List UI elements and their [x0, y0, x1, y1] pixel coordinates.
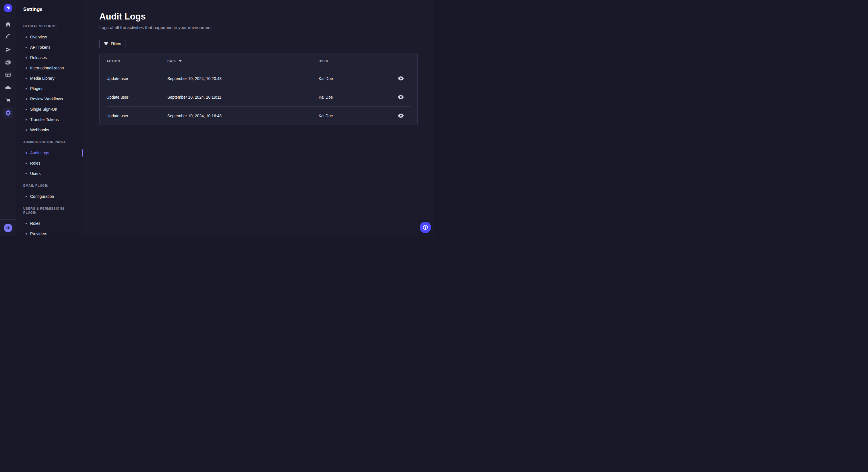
strapi-logo[interactable] — [4, 4, 12, 12]
bullet-icon — [26, 129, 27, 131]
table-header-row: ACTION DATE USER — [100, 53, 417, 69]
home-icon[interactable] — [3, 19, 13, 30]
filters-button[interactable]: Filters — [99, 39, 125, 48]
nav-section-label: USERS & PERMISSIONS PLUGIN — [23, 206, 79, 214]
logo-area — [0, 0, 16, 16]
bullet-icon — [26, 119, 27, 121]
main-nav-rail: KD — [0, 0, 17, 236]
bullet-icon — [26, 78, 27, 79]
bullet-icon — [26, 109, 27, 110]
avatar-initials: KD — [5, 226, 10, 230]
table-row[interactable]: Update user September 10, 2024, 10:16:48… — [100, 106, 417, 125]
content-manager-icon[interactable] — [3, 32, 13, 42]
sidebar-item-label: Webhooks — [30, 128, 49, 132]
nav-section-label: GLOBAL SETTINGS — [23, 24, 79, 28]
eye-icon — [398, 113, 404, 118]
filter-icon — [104, 42, 108, 45]
table-row[interactable]: Update user September 10, 2024, 10:19:11… — [100, 88, 417, 106]
sidebar-item-webhooks[interactable]: Webhooks — [23, 125, 79, 135]
settings-icon[interactable] — [3, 107, 13, 118]
sidebar-item-label: Roles — [30, 161, 40, 165]
sidebar-item-label: Overview — [30, 35, 47, 39]
cell-date: September 10, 2024, 10:20:43 — [167, 76, 319, 81]
sidebar-item-users[interactable]: Users — [23, 168, 79, 179]
bullet-icon — [26, 233, 27, 235]
sidebar-item-roles[interactable]: Roles — [23, 158, 79, 168]
active-indicator — [82, 149, 83, 157]
bullet-icon — [26, 152, 27, 154]
sidebar-item-releases[interactable]: Releases — [23, 53, 79, 63]
sidebar-item-label: Configuration — [30, 194, 54, 199]
sidebar-item-roles[interactable]: Roles — [23, 218, 79, 229]
sidebar-item-label: Users — [30, 171, 41, 176]
sidebar-item-label: Internationalization — [30, 66, 64, 70]
bullet-icon — [26, 98, 27, 100]
nav-section-label: ADMINISTRATION PANEL — [23, 140, 79, 144]
sidebar-item-providers[interactable]: Providers — [23, 229, 79, 236]
sidebar-item-configuration[interactable]: Configuration — [23, 191, 79, 202]
sidebar-item-media-library[interactable]: Media Library — [23, 73, 79, 83]
eye-icon — [398, 76, 404, 80]
cell-user: Kai Doe — [319, 113, 393, 118]
settings-subnav: Settings GLOBAL SETTINGS Overview API To… — [17, 0, 83, 236]
cell-date: September 10, 2024, 10:16:48 — [167, 113, 319, 118]
bullet-icon — [26, 36, 27, 38]
view-details-button[interactable] — [397, 74, 405, 82]
table-row[interactable]: Update user September 10, 2024, 10:20:43… — [100, 69, 417, 88]
filters-row: Filters — [99, 39, 417, 48]
settings-header: Settings — [17, 0, 83, 17]
bullet-icon — [26, 196, 27, 197]
bullet-icon — [26, 223, 27, 224]
sort-desc-icon — [179, 60, 182, 62]
column-header-user[interactable]: USER — [319, 59, 393, 63]
sidebar-item-label: Transfer Tokens — [30, 117, 59, 122]
sidebar-item-label: API Tokens — [30, 45, 51, 49]
audit-logs-table: ACTION DATE USER Update user September 1… — [99, 53, 417, 125]
view-details-button[interactable] — [397, 112, 405, 120]
rail-bottom: KD — [0, 220, 16, 236]
sidebar-item-review-workflows[interactable]: Review Workflows — [23, 94, 79, 104]
eye-icon — [398, 95, 404, 99]
sidebar-item-label: Single Sign-On — [30, 107, 57, 111]
sidebar-item-api-tokens[interactable]: API Tokens — [23, 42, 79, 53]
media-library-icon[interactable] — [3, 57, 13, 67]
cell-action: Update user — [106, 95, 167, 100]
sidebar-item-label: Media Library — [30, 76, 55, 80]
bullet-icon — [26, 67, 27, 69]
bullet-icon — [26, 88, 27, 90]
sidebar-item-plugins[interactable]: Plugins — [23, 83, 79, 94]
column-header-date[interactable]: DATE — [167, 59, 319, 63]
content-type-builder-icon[interactable] — [3, 70, 13, 80]
avatar[interactable]: KD — [4, 224, 12, 232]
view-details-button[interactable] — [397, 93, 405, 101]
cloud-icon[interactable] — [3, 82, 13, 93]
settings-nav-list: GLOBAL SETTINGS Overview API Tokens Rele… — [17, 17, 83, 236]
page-subtitle: Logs of all the activities that happened… — [99, 25, 417, 30]
sidebar-item-overview[interactable]: Overview — [23, 32, 79, 42]
nav-section-label: EMAIL PLUGIN — [23, 183, 79, 188]
sidebar-item-single-sign-on[interactable]: Single Sign-On — [23, 104, 79, 114]
cell-user: Kai Doe — [319, 95, 393, 100]
sidebar-item-audit-logs[interactable]: Audit Logs — [23, 148, 79, 158]
rail-icon-list — [3, 16, 13, 118]
sidebar-item-label: Releases — [30, 55, 47, 60]
releases-icon[interactable] — [3, 44, 13, 55]
question-mark-icon — [422, 224, 429, 231]
sidebar-item-label: Plugins — [30, 86, 43, 91]
sidebar-item-label: Providers — [30, 231, 47, 236]
strapi-admin-app: KD Settings GLOBAL SETTINGS Overview API… — [0, 0, 434, 236]
marketplace-icon[interactable] — [3, 95, 13, 105]
help-button[interactable] — [420, 222, 431, 233]
main-content: Audit Logs Logs of all the activities th… — [83, 0, 434, 236]
settings-title: Settings — [23, 6, 83, 12]
cell-user: Kai Doe — [319, 76, 393, 81]
bullet-icon — [26, 173, 27, 174]
cell-action: Update user — [106, 76, 167, 81]
column-header-action[interactable]: ACTION — [106, 59, 167, 63]
filters-button-label: Filters — [111, 42, 121, 46]
bullet-icon — [26, 57, 27, 59]
sidebar-item-label: Review Workflows — [30, 97, 63, 101]
sidebar-item-internationalization[interactable]: Internationalization — [23, 63, 79, 73]
sidebar-item-transfer-tokens[interactable]: Transfer Tokens — [23, 114, 79, 125]
sidebar-item-label: Roles — [30, 221, 40, 226]
